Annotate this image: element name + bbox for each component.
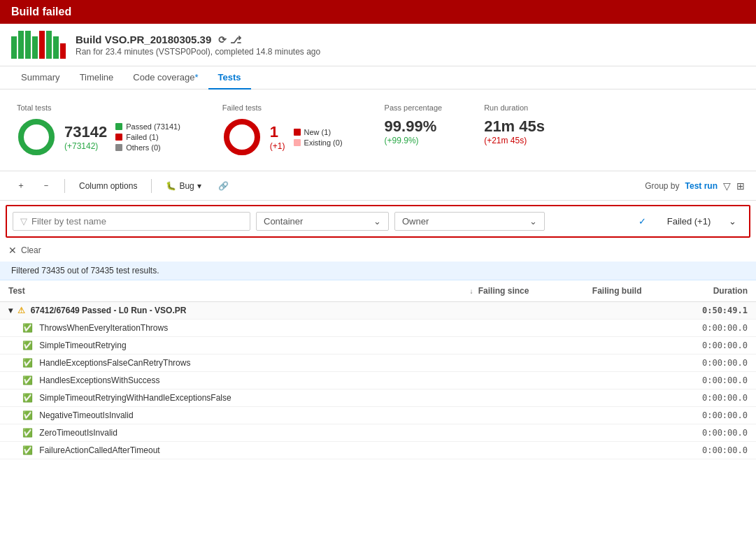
total-tests-block: Total tests 73142 (+73142) Passed (73141… <box>17 103 180 157</box>
failed-tests-donut <box>222 117 262 157</box>
duration-label: Duration <box>713 286 748 296</box>
legend-dot-new <box>294 129 301 136</box>
pass-pct-numbers: 99.99% (+99.9%) <box>385 117 437 145</box>
container-chevron: ⌄ <box>373 216 381 227</box>
add-column-button[interactable]: ＋ <box>11 177 31 194</box>
row-failing-since <box>408 320 537 337</box>
column-options-label: Column options <box>79 181 137 191</box>
link-button[interactable]: 🔗 <box>213 178 234 194</box>
run-duration-content: 21m 45s (+21m 45s) <box>484 117 545 145</box>
pass-pct-label: Pass percentage <box>385 103 443 112</box>
bar-5 <box>39 31 45 59</box>
container-dropdown[interactable]: Container ⌄ <box>256 212 389 231</box>
tab-tests[interactable]: Tests <box>208 66 251 90</box>
bug-button[interactable]: 🐛 Bug ▾ <box>160 178 206 194</box>
build-history-bars <box>11 31 66 59</box>
test-name-cell: ✅ NegativeTimeoutIsInvalid <box>0 407 408 424</box>
test-name-cell: ✅ SimpleTimeoutRetrying <box>0 337 408 355</box>
row-failing-build <box>537 389 650 407</box>
group-row-duration: 0:50:49.1 <box>650 302 756 320</box>
table-row[interactable]: ✅ FailureActionCalledAfterTimeout 0:00:0… <box>0 442 756 459</box>
row-duration: 0:00:00.0 <box>650 337 756 355</box>
table-row[interactable]: ✅ SimpleTimeoutRetryingWithHandleExcepti… <box>0 389 756 407</box>
tab-code-coverage[interactable]: Code coverage <box>123 66 208 90</box>
tab-summary[interactable]: Summary <box>11 66 70 90</box>
test-name: FailureActionCalledAfterTimeout <box>39 445 159 455</box>
failed-check-icon: ✓ <box>639 216 646 227</box>
run-duration-numbers: 21m 45s (+21m 45s) <box>484 117 545 145</box>
group-row-label: 67412/67649 Passed - L0 Run - VSO.PR <box>31 306 187 315</box>
tab-timeline[interactable]: Timeline <box>70 66 124 90</box>
filtered-info-text: Filtered 73435 out of 73435 test results… <box>11 266 159 275</box>
add-icon: ＋ <box>17 180 25 192</box>
run-duration-label: Run duration <box>484 103 545 112</box>
group-by-value[interactable]: Test run <box>685 181 718 191</box>
refresh-icon[interactable]: ⟳ <box>218 34 227 45</box>
group-row[interactable]: ▾ ⚠ 67412/67649 Passed - L0 Run - VSO.PR… <box>0 302 756 320</box>
run-duration-value: 21m 45s <box>484 117 545 136</box>
group-row-failing-build <box>537 302 650 320</box>
failed-dropdown[interactable]: ✓ Failed (+1) ⌄ <box>632 213 743 230</box>
owner-dropdown[interactable]: Owner ⌄ <box>394 212 545 231</box>
row-duration: 0:00:00.0 <box>650 355 756 372</box>
row-failing-since <box>408 424 537 442</box>
filter-test-name-input[interactable] <box>31 216 243 227</box>
stats-section: Total tests 73142 (+73142) Passed (73141… <box>0 90 756 171</box>
table-row[interactable]: ✅ NegativeTimeoutIsInvalid 0:00:00.0 <box>0 407 756 424</box>
pass-icon: ✅ <box>22 375 33 385</box>
total-tests-donut <box>17 117 56 157</box>
bar-4 <box>32 36 38 59</box>
table-row[interactable]: ✅ ZeroTimeoutIsInvalid 0:00:00.0 <box>0 424 756 442</box>
container-label: Container <box>264 216 303 227</box>
col-test: Test <box>0 280 408 302</box>
legend-dot-passed <box>115 123 122 130</box>
legend-new: New (1) <box>294 128 343 136</box>
legend-others: Others (0) <box>115 143 180 152</box>
filter-icon-button[interactable]: ▽ <box>723 180 731 192</box>
remove-column-button[interactable]: － <box>36 177 56 194</box>
build-failed-banner: Build failed <box>0 0 756 24</box>
toolbar: ＋ － Column options 🐛 Bug ▾ 🔗 Group by Te… <box>0 171 756 201</box>
test-name: ThrowsWhenEveryIterationThrows <box>39 323 168 333</box>
test-name: HandlesExceptionsWithSuccess <box>39 375 159 385</box>
table-row[interactable]: ✅ ThrowsWhenEveryIterationThrows 0:00:00… <box>0 320 756 337</box>
pass-icon: ✅ <box>22 341 33 350</box>
expand-icon[interactable]: ▾ <box>8 306 13 315</box>
row-failing-build <box>537 442 650 459</box>
bug-icon: 🐛 <box>166 181 176 191</box>
legend-dot-others <box>115 144 122 151</box>
bug-label: Bug <box>179 181 194 191</box>
failing-build-label: Failing build <box>592 286 642 296</box>
toolbar-separator-1 <box>64 179 65 193</box>
row-duration: 0:00:00.0 <box>650 389 756 407</box>
table-row[interactable]: ✅ SimpleTimeoutRetrying 0:00:00.0 <box>0 337 756 355</box>
test-name-cell: ✅ HandlesExceptionsWithSuccess <box>0 372 408 389</box>
layout-icon-button[interactable]: ⊞ <box>736 180 745 192</box>
build-title-block: Build VSO.PR_20180305.39 ⟳ ⎇ Ran for 23.… <box>76 34 320 57</box>
row-failing-build <box>537 355 650 372</box>
total-tests-svg <box>17 117 56 157</box>
failed-tests-content: 1 (+1) New (1) Existing (0) <box>222 117 343 157</box>
failed-tests-legend: New (1) Existing (0) <box>294 128 343 147</box>
failed-tests-label: Failed tests <box>222 103 343 112</box>
col-failing-since[interactable]: ↓ Failing since <box>408 280 537 302</box>
bar-6 <box>46 31 52 59</box>
filter-input-wrap[interactable]: ▽ <box>13 212 250 231</box>
clear-row[interactable]: ✕ Clear <box>0 242 756 262</box>
column-options-button[interactable]: Column options <box>73 178 143 194</box>
build-failed-title: Build failed <box>11 6 71 17</box>
row-failing-build <box>537 337 650 355</box>
legend-dot-failed <box>115 134 122 141</box>
minus-icon: － <box>42 180 50 192</box>
filtered-info-bar: Filtered 73435 out of 73435 test results… <box>0 262 756 280</box>
table-row[interactable]: ✅ HandleExceptionsFalseCanRetryThrows 0:… <box>0 355 756 372</box>
link-icon: 🔗 <box>218 181 229 191</box>
pass-pct-delta: (+99.9%) <box>385 136 437 145</box>
pass-icon: ✅ <box>22 393 33 403</box>
table-row[interactable]: ✅ HandlesExceptionsWithSuccess 0:00:00.0 <box>0 372 756 389</box>
legend-passed-text: Passed (73141) <box>126 122 180 131</box>
branch-icon: ⎇ <box>230 34 241 45</box>
legend-failed-text: Failed (1) <box>126 133 158 141</box>
total-tests-delta: (+73142) <box>64 141 107 151</box>
row-duration: 0:00:00.0 <box>650 372 756 389</box>
